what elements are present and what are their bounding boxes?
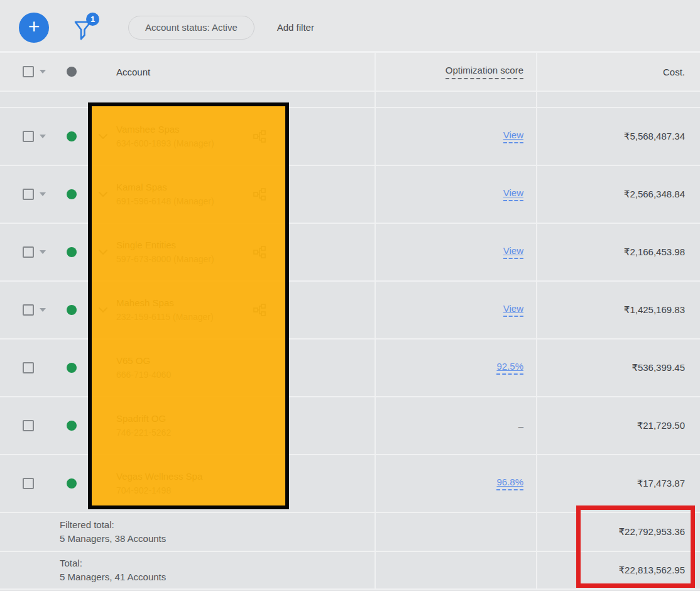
optimization-score-value[interactable]: 92.5% [496,361,523,375]
table-footer-row: Total: 5 Managers, 41 Accounts ₹22,813,5… [0,551,700,590]
add-filter-button[interactable]: Add filter [277,22,314,33]
table-footer-row: Filtered total: 5 Managers, 38 Accounts … [0,512,700,551]
cost-value: ₹536,399.45 [536,340,700,396]
filter-toolbar: + 1 Account status: Active Add filter [0,0,700,51]
row-checkbox[interactable] [23,131,34,142]
account-status-dot [67,189,77,199]
account-status-dot [67,247,77,257]
filter-icon-button[interactable]: 1 [72,13,99,43]
footer-total-sub: 5 Managers, 38 Accounts [60,532,375,546]
optimization-score-value[interactable]: View [503,130,523,143]
row-checkbox-caret-icon[interactable] [40,250,46,254]
cost-value: ₹5,568,487.34 [536,108,700,165]
footer-cost-value: ₹22,792,953.36 [536,513,700,551]
status-column-dot-icon [67,67,77,77]
plus-icon: + [28,16,40,36]
account-status-dot [67,363,77,373]
footer-total-sub: 5 Managers, 41 Accounts [60,570,375,584]
row-checkbox-caret-icon[interactable] [40,308,46,312]
row-checkbox[interactable] [23,304,34,316]
cost-value: ₹21,729.50 [536,397,700,454]
account-status-dot [67,421,77,431]
row-checkbox[interactable] [23,362,34,373]
account-status-dot [67,478,77,489]
account-status-dot [67,131,77,141]
optimization-score-value[interactable]: 96.8% [496,477,523,490]
column-header-optimization-score[interactable]: Optimization score [446,65,523,79]
add-button[interactable]: + [19,13,49,43]
filter-chip-label: Account status: Active [145,22,238,33]
optimization-score-value[interactable]: View [503,187,523,201]
row-checkbox[interactable] [23,246,34,258]
table-header: Account Optimization score Cost. [0,51,700,91]
optimization-score-value[interactable]: View [503,245,523,259]
select-all-checkbox[interactable] [23,66,34,77]
cost-value: ₹17,473.87 [536,455,700,512]
account-status-dot [67,305,77,315]
filter-chip-account-status[interactable]: Account status: Active [128,16,254,40]
column-header-account[interactable]: Account [116,67,150,77]
footer-cost-value: ₹22,813,562.95 [536,552,700,588]
filter-count-badge: 1 [86,13,99,26]
row-checkbox[interactable] [23,420,34,431]
optimization-score-value: – [518,421,523,431]
cost-value: ₹2,566,348.84 [536,166,700,223]
cost-value: ₹2,166,453.98 [536,224,700,280]
row-checkbox-caret-icon[interactable] [40,135,46,138]
select-all-caret-icon[interactable] [40,70,46,74]
row-checkbox[interactable] [23,478,34,489]
table-footer: Filtered total: 5 Managers, 38 Accounts … [0,512,700,590]
orange-redaction-overlay [88,102,289,509]
optimization-score-value[interactable]: View [503,303,523,317]
footer-total-label: Filtered total: [60,518,375,532]
footer-total-label: Total: [60,556,375,570]
cost-value: ₹1,425,169.83 [536,282,700,338]
row-checkbox-caret-icon[interactable] [40,192,46,196]
row-checkbox[interactable] [23,189,34,200]
column-header-cost[interactable]: Cost. [663,67,685,77]
